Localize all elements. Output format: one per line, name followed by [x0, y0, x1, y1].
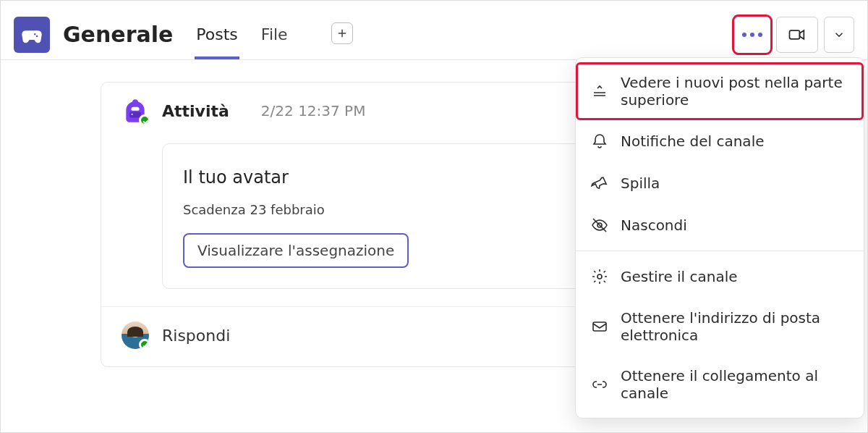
- menu-item-hide[interactable]: Nascondi: [576, 204, 864, 246]
- more-options-button[interactable]: [734, 17, 770, 53]
- menu-item-channel-notifications[interactable]: Notifiche del canale: [576, 120, 864, 162]
- chevron-down-icon: [833, 28, 846, 41]
- menu-separator: [576, 251, 864, 251]
- add-tab-button[interactable]: [331, 22, 353, 44]
- bell-icon: [590, 132, 609, 151]
- game-controller-icon: [20, 22, 44, 47]
- tab-file[interactable]: File: [260, 12, 289, 59]
- presence-available-icon: [139, 339, 149, 349]
- menu-item-get-link[interactable]: Ottenere il collegamento al canale: [576, 356, 864, 413]
- user-avatar: [122, 321, 149, 349]
- channel-header: Generale Posts File: [1, 1, 867, 60]
- eye-off-icon: [590, 216, 609, 235]
- pin-icon: [590, 174, 609, 193]
- assignments-app-avatar: [122, 97, 149, 125]
- channel-name: Generale: [63, 22, 173, 47]
- menu-label: Ottenere l'indirizzo di posta elettronic…: [621, 309, 849, 344]
- assignment-due: Scadenza 23 febbraio: [183, 202, 568, 217]
- menu-item-get-email[interactable]: Ottenere l'indirizzo di posta elettronic…: [576, 298, 864, 356]
- menu-item-pin[interactable]: Spilla: [576, 162, 864, 204]
- post-author: Attività: [162, 102, 229, 120]
- header-actions: [734, 17, 854, 53]
- tab-posts[interactable]: Posts: [195, 12, 239, 59]
- presence-available-icon: [139, 114, 150, 126]
- channel-view: Generale Posts File: [0, 0, 868, 433]
- svg-rect-0: [790, 30, 800, 39]
- channel-tabs: Posts File: [195, 9, 352, 59]
- mail-icon: [590, 317, 609, 336]
- assignment-title: Il tuo avatar: [183, 167, 568, 188]
- menu-label: Spilla: [621, 175, 660, 192]
- gear-icon: [590, 267, 609, 286]
- menu-label: Nascondi: [621, 216, 687, 234]
- plus-icon: [336, 27, 349, 40]
- menu-label: Vedere i nuovi post nella parte superior…: [621, 74, 849, 109]
- svg-rect-5: [593, 322, 606, 331]
- meet-button[interactable]: [776, 17, 818, 53]
- svg-point-4: [597, 274, 602, 279]
- view-assignment-button[interactable]: Visualizzare l'assegnazione: [183, 233, 409, 268]
- assignment-card: Il tuo avatar Scadenza 23 febbraio Visua…: [162, 143, 589, 289]
- menu-item-manage-channel[interactable]: Gestire il canale: [576, 256, 864, 298]
- post-timestamp: 2/22 12:37 PM: [261, 102, 366, 119]
- svg-point-2: [131, 114, 132, 115]
- sort-newest-icon: [590, 82, 609, 101]
- meet-options-button[interactable]: [824, 17, 854, 53]
- more-horizontal-icon: [742, 33, 762, 37]
- team-avatar: [14, 17, 50, 53]
- reply-label: Rispondi: [162, 327, 230, 345]
- menu-label: Ottenere il collegamento al canale: [621, 367, 849, 402]
- link-icon: [590, 375, 609, 394]
- video-icon: [787, 25, 807, 45]
- menu-label: Notifiche del canale: [621, 133, 765, 150]
- channel-more-menu: Vedere i nuovi post nella parte superior…: [575, 57, 864, 419]
- menu-item-newest-top[interactable]: Vedere i nuovi post nella parte superior…: [576, 62, 864, 120]
- menu-label: Gestire il canale: [621, 268, 738, 285]
